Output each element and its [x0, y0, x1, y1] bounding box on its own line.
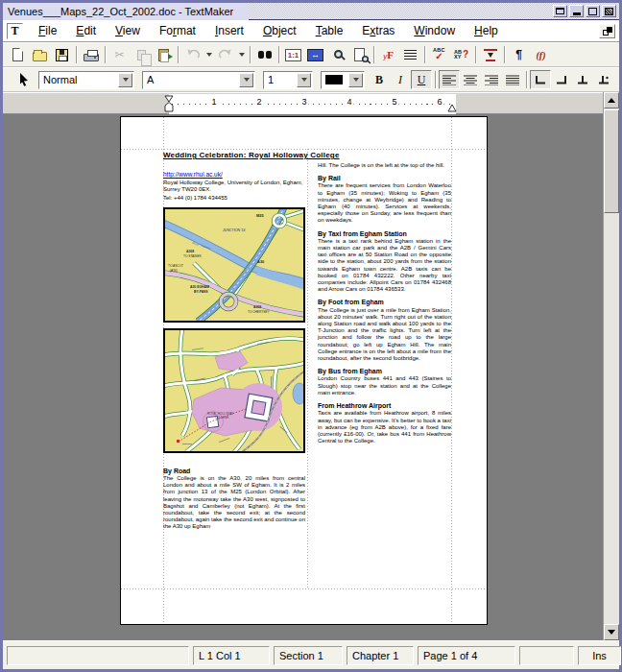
- style-select[interactable]: Normal: [38, 71, 134, 89]
- thesaurus-button[interactable]: ABXY?: [450, 44, 472, 65]
- college-address: Royal Holloway College, University of Lo…: [163, 180, 305, 193]
- font-value: A: [147, 74, 239, 85]
- align-right-button[interactable]: [481, 70, 502, 89]
- print-preview-button[interactable]: [348, 44, 371, 65]
- paste-button[interactable]: [153, 44, 175, 65]
- object-mode-button[interactable]: [12, 69, 35, 90]
- save-button[interactable]: [51, 44, 73, 65]
- vertical-scrollbar[interactable]: [603, 92, 619, 640]
- open-button[interactable]: [29, 44, 51, 65]
- formatting-marks-button[interactable]: ¶: [508, 44, 530, 65]
- color-swatch: [325, 75, 343, 84]
- font-dropdown-button[interactable]: [239, 73, 253, 87]
- zoom-100-button[interactable]: 1:1: [282, 44, 304, 65]
- by-rail-heading: By Rail: [318, 175, 451, 181]
- scrollbar-thumb[interactable]: [604, 109, 619, 213]
- find-button[interactable]: [253, 44, 275, 65]
- first-line-indent-marker[interactable]: [165, 96, 173, 102]
- print-button[interactable]: [80, 44, 102, 65]
- margin-guide-bottom: [121, 588, 487, 589]
- style-dropdown-button[interactable]: [118, 73, 132, 87]
- character-format-button[interactable]: yF: [377, 44, 399, 65]
- status-section[interactable]: Section 1: [274, 646, 343, 665]
- binoculars-icon: [257, 51, 273, 59]
- underline-button[interactable]: U: [411, 70, 432, 89]
- menu-format[interactable]: Format: [150, 22, 205, 39]
- minimize-icon: [573, 12, 581, 15]
- font-size-dropdown-button[interactable]: [297, 73, 311, 87]
- by-bus-heading: By Bus from Egham: [318, 368, 451, 374]
- tabulator-button[interactable]: [479, 44, 501, 65]
- rhul-link[interactable]: http://www.rhul.ac.uk/: [163, 171, 305, 178]
- minimize-button[interactable]: [569, 5, 584, 17]
- paragraph-format-button[interactable]: [399, 44, 421, 65]
- open-folder-icon: [33, 52, 47, 61]
- intro-text: Hill. The College is on the left at the …: [318, 162, 451, 169]
- undo-button[interactable]: [181, 44, 203, 65]
- status-chapter[interactable]: Chapter 1: [347, 646, 414, 665]
- document-system-menu-button[interactable]: T: [7, 23, 23, 39]
- menu-edit[interactable]: Edit: [66, 22, 106, 39]
- zoom-button[interactable]: [326, 44, 348, 65]
- center-tab-icon: [577, 75, 588, 84]
- left-tab-button[interactable]: [530, 70, 551, 89]
- redo-dropdown-button[interactable]: [236, 44, 247, 65]
- menu-bar: T File Edit View Format Insert Object Ta…: [3, 20, 619, 42]
- map-label: TO ASCOT: [168, 264, 183, 268]
- shade-button[interactable]: [553, 5, 567, 17]
- title-bar[interactable]: Venues___Maps_22_Oct_2002.doc - TextMake…: [3, 3, 619, 20]
- font-size-select[interactable]: 1: [263, 71, 313, 89]
- scrollbar-track[interactable]: [604, 213, 619, 624]
- zoom-1to1-icon: 1:1: [285, 49, 301, 61]
- left-indent-marker[interactable]: [165, 103, 173, 112]
- road-map-image: M25 JUNCTION 13 River Thames A308 TO STA…: [163, 207, 305, 323]
- center-tab-button[interactable]: [572, 70, 593, 89]
- undo-dropdown-button[interactable]: [203, 44, 214, 65]
- insert-field-button[interactable]: (f): [530, 44, 552, 65]
- align-left-button[interactable]: [439, 70, 460, 89]
- font-select[interactable]: A: [142, 71, 255, 89]
- maximize-button[interactable]: [586, 5, 600, 17]
- horizontal-ruler[interactable]: 1 2 3 4 5 6: [3, 92, 603, 114]
- spell-check-button[interactable]: ABC✓: [428, 44, 450, 65]
- map-label: TO CHERTSEY: [248, 309, 270, 313]
- ruler-markers[interactable]: [3, 93, 603, 115]
- toolbar-separator: [105, 46, 106, 63]
- cut-button[interactable]: ✂: [108, 44, 131, 65]
- doc-left-column: http://www.rhul.ac.uk/ Royal Holloway Co…: [163, 171, 305, 531]
- justify-button[interactable]: [502, 70, 523, 89]
- map-label: JUNCTION 13: [222, 228, 245, 232]
- menu-extras[interactable]: Extras: [352, 22, 404, 39]
- menu-object[interactable]: Object: [253, 22, 306, 39]
- color-dropdown-button[interactable]: [348, 73, 363, 87]
- page-width-button[interactable]: ↔: [304, 44, 326, 65]
- right-indent-marker[interactable]: [448, 105, 456, 111]
- copy-button[interactable]: [131, 44, 153, 65]
- status-page[interactable]: Page 1 of 4: [418, 646, 515, 665]
- document-page[interactable]: Wedding Celebration: Royal Holloway Coll…: [120, 116, 488, 625]
- right-tab-button[interactable]: [551, 70, 572, 89]
- print-preview-icon: [354, 48, 365, 61]
- menu-insert[interactable]: Insert: [205, 22, 253, 39]
- save-floppy-icon: [56, 49, 68, 61]
- redo-button[interactable]: [214, 44, 236, 65]
- italic-button[interactable]: I: [390, 70, 411, 89]
- new-document-button[interactable]: [7, 44, 29, 65]
- scroll-up-button[interactable]: [604, 92, 619, 108]
- restore-document-button[interactable]: [599, 24, 615, 38]
- window-title: Venues___Maps_22_Oct_2002.doc - TextMake…: [3, 3, 249, 20]
- close-button[interactable]: [602, 5, 616, 17]
- menu-view[interactable]: View: [106, 22, 150, 39]
- menu-table[interactable]: Table: [306, 22, 353, 39]
- bold-button[interactable]: B: [369, 70, 390, 89]
- scroll-down-button[interactable]: [604, 624, 619, 640]
- align-center-button[interactable]: [460, 70, 481, 89]
- status-line-col[interactable]: L 1 Col 1: [193, 646, 270, 665]
- menu-window[interactable]: Window: [404, 22, 465, 39]
- status-insert-mode[interactable]: Ins: [578, 646, 621, 665]
- menu-file[interactable]: File: [29, 22, 66, 39]
- document-workspace[interactable]: Wedding Celebration: Royal Holloway Coll…: [3, 114, 603, 640]
- decimal-tab-button[interactable]: [593, 70, 614, 89]
- menu-help[interactable]: Help: [465, 22, 508, 39]
- font-color-select[interactable]: [321, 71, 365, 89]
